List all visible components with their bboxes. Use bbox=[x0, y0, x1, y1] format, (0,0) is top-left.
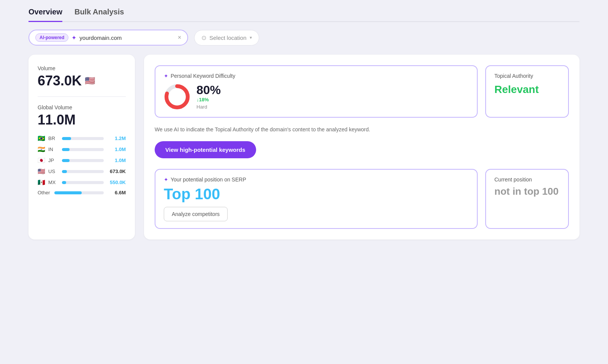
country-code: BR bbox=[48, 136, 59, 141]
country-code: US bbox=[48, 169, 59, 174]
authority-box: Topical Authority Relevant bbox=[485, 65, 569, 118]
country-bar-container bbox=[62, 181, 104, 184]
ai-badge: AI-powered bbox=[35, 33, 68, 42]
bottom-metrics: ✦ Your potential position on SERP Top 10… bbox=[155, 169, 569, 229]
authority-value: Relevant bbox=[494, 84, 560, 96]
country-flag: 🇺🇸 bbox=[38, 168, 45, 175]
us-flag: 🇺🇸 bbox=[85, 76, 95, 86]
difficulty-change: ↓18% bbox=[196, 97, 221, 102]
difficulty-box: ✦ Personal Keyword Difficulty 80% ↓ bbox=[155, 65, 478, 118]
potential-title: ✦ Your potential position on SERP bbox=[164, 176, 469, 183]
tabs-bar: Overview Bulk Analysis bbox=[28, 8, 580, 22]
difficulty-content: 80% ↓18% Hard bbox=[164, 84, 469, 110]
main-content: Volume 673.0K 🇺🇸 Global Volume 11.0M 🇧🇷 … bbox=[28, 55, 580, 240]
country-list: 🇧🇷 BR 1.2M 🇮🇳 IN 1.0M 🇯🇵 JP 1.0M 🇺🇸 US bbox=[38, 135, 126, 186]
other-bar-container bbox=[54, 191, 104, 194]
potential-box: ✦ Your potential position on SERP Top 10… bbox=[155, 169, 478, 229]
country-value: 1.2M bbox=[107, 136, 126, 141]
country-value: 1.0M bbox=[107, 158, 126, 163]
country-bar-container bbox=[62, 159, 104, 162]
current-position-label: Current position bbox=[494, 176, 560, 183]
country-flag: 🇧🇷 bbox=[38, 135, 45, 142]
search-wrap: AI-powered ✦ × bbox=[28, 30, 188, 46]
country-bar-container bbox=[62, 137, 104, 140]
country-bar-fill bbox=[62, 170, 67, 173]
location-select[interactable]: ⊙ Select location ▾ bbox=[194, 30, 259, 46]
country-bar-fill bbox=[62, 148, 70, 151]
tab-overview[interactable]: Overview bbox=[28, 8, 62, 22]
difficulty-level: Hard bbox=[196, 104, 221, 110]
donut-chart bbox=[164, 84, 190, 110]
difficulty-percent: 80% bbox=[196, 84, 221, 96]
country-value: 550.0K bbox=[107, 180, 126, 185]
domain-input[interactable] bbox=[79, 35, 174, 41]
right-panel: ✦ Personal Keyword Difficulty 80% ↓ bbox=[144, 55, 580, 240]
clear-button[interactable]: × bbox=[178, 34, 181, 41]
left-panel: Volume 673.0K 🇺🇸 Global Volume 11.0M 🇧🇷 … bbox=[28, 55, 135, 240]
tab-bulk-analysis[interactable]: Bulk Analysis bbox=[74, 8, 124, 22]
country-code: JP bbox=[48, 158, 59, 163]
other-row: Other 6.6M bbox=[38, 190, 126, 195]
authority-label: Topical Authority bbox=[494, 73, 560, 79]
location-placeholder: Select location bbox=[209, 35, 247, 41]
potential-value: Top 100 bbox=[164, 186, 469, 202]
country-flag: 🇯🇵 bbox=[38, 157, 45, 164]
country-code: MX bbox=[48, 180, 59, 185]
top-metrics: ✦ Personal Keyword Difficulty 80% ↓ bbox=[155, 65, 569, 118]
country-code: IN bbox=[48, 147, 59, 152]
global-volume-label: Global Volume bbox=[38, 104, 126, 110]
country-bar-container bbox=[62, 170, 104, 173]
sparkle-icon: ✦ bbox=[71, 34, 76, 41]
volume-value: 673.0K 🇺🇸 bbox=[38, 73, 126, 89]
difficulty-text: 80% ↓18% Hard bbox=[196, 84, 221, 110]
analyze-competitors-button[interactable]: Analyze competitors bbox=[164, 207, 228, 221]
description-text: We use AI to indicate the Topical Author… bbox=[155, 125, 569, 134]
current-position-box: Current position not in top 100 bbox=[485, 169, 569, 229]
difficulty-title: ✦ Personal Keyword Difficulty bbox=[164, 73, 469, 79]
chevron-down-icon: ▾ bbox=[250, 35, 252, 40]
other-label: Other bbox=[38, 190, 51, 195]
other-bar bbox=[54, 191, 82, 194]
country-flag: 🇲🇽 bbox=[38, 179, 45, 186]
country-row: 🇧🇷 BR 1.2M bbox=[38, 135, 126, 142]
country-row: 🇲🇽 MX 550.0K bbox=[38, 179, 126, 186]
main-container: Overview Bulk Analysis AI-powered ✦ × ⊙ … bbox=[28, 8, 580, 240]
sparkle-icon-pot: ✦ bbox=[164, 176, 168, 183]
country-value: 673.0K bbox=[107, 169, 126, 174]
country-value: 1.0M bbox=[107, 147, 126, 152]
country-bar-container bbox=[62, 148, 104, 151]
current-position-value: not in top 100 bbox=[494, 186, 560, 197]
view-keywords-button[interactable]: View high-potential keywords bbox=[155, 141, 256, 158]
volume-label: Volume bbox=[38, 65, 126, 71]
country-row: 🇺🇸 US 673.0K bbox=[38, 168, 126, 175]
country-bar-fill bbox=[62, 181, 66, 184]
country-flag: 🇮🇳 bbox=[38, 146, 45, 153]
global-volume-value: 11.0M bbox=[38, 112, 126, 128]
country-bar-fill bbox=[62, 137, 71, 140]
country-row: 🇯🇵 JP 1.0M bbox=[38, 157, 126, 164]
other-value: 6.6M bbox=[107, 190, 126, 195]
sparkle-icon-diff: ✦ bbox=[164, 73, 168, 79]
divider bbox=[38, 96, 126, 97]
search-row: AI-powered ✦ × ⊙ Select location ▾ bbox=[28, 30, 580, 46]
country-row: 🇮🇳 IN 1.0M bbox=[38, 146, 126, 153]
country-bar-fill bbox=[62, 159, 70, 162]
location-icon: ⊙ bbox=[201, 34, 206, 41]
